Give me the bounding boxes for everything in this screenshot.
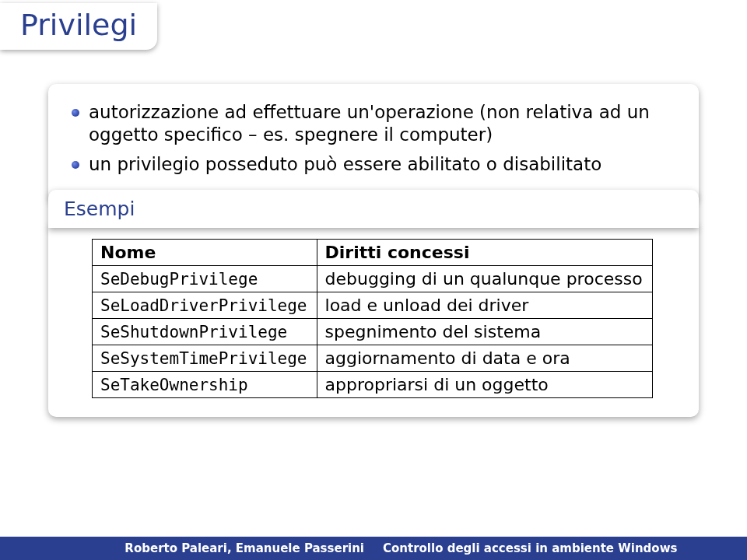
privileges-table: Nome Diritti concessi SeDebugPrivilege d… bbox=[92, 239, 653, 398]
cell-priv-name: SeTakeOwnership bbox=[93, 372, 317, 398]
example-heading: Esempi bbox=[64, 198, 135, 220]
cell-priv-rights: spegnimento del sistema bbox=[317, 319, 652, 345]
table-header-row: Nome Diritti concessi bbox=[93, 240, 653, 266]
cell-priv-rights: load e unload dei driver bbox=[317, 292, 652, 319]
slide: Privilegi autorizzazione ad effettuare u… bbox=[0, 0, 747, 560]
table-row: SeShutdownPrivilege spegnimento del sist… bbox=[93, 319, 653, 345]
bullet-item: autorizzazione ad effettuare un'operazio… bbox=[70, 101, 677, 147]
table-row: SeSystemTimePrivilege aggiornamento di d… bbox=[93, 345, 653, 372]
bullet-text: un privilegio posseduto può essere abili… bbox=[89, 154, 601, 174]
table-row: SeLoadDriverPrivilege load e unload dei … bbox=[93, 292, 653, 319]
cell-priv-rights: debugging di un qualunque processo bbox=[317, 266, 652, 292]
table-row: SeTakeOwnership appropriarsi di un ogget… bbox=[93, 372, 653, 398]
example-block: Esempi Nome Diritti concessi SeDebugPriv… bbox=[48, 190, 699, 417]
cell-priv-rights: appropriarsi di un oggetto bbox=[317, 372, 652, 398]
bullet-list: autorizzazione ad effettuare un'operazio… bbox=[70, 101, 677, 176]
col-header-name: Nome bbox=[93, 240, 317, 266]
cell-priv-name: SeSystemTimePrivilege bbox=[93, 345, 317, 372]
cell-priv-name: SeShutdownPrivilege bbox=[93, 319, 317, 345]
footer-bar: Roberto Paleari, Emanuele Passerini Cont… bbox=[0, 537, 747, 560]
cell-priv-name: SeLoadDriverPrivilege bbox=[93, 292, 317, 319]
bullet-text: autorizzazione ad effettuare un'operazio… bbox=[89, 102, 650, 145]
title-chip: Privilegi bbox=[0, 3, 157, 50]
footer-title: Controllo degli accessi in ambiente Wind… bbox=[383, 541, 677, 555]
col-header-rights: Diritti concessi bbox=[317, 240, 652, 266]
bullet-item: un privilegio posseduto può essere abili… bbox=[70, 153, 677, 176]
example-body: Nome Diritti concessi SeDebugPrivilege d… bbox=[48, 225, 699, 417]
content-block: autorizzazione ad effettuare un'operazio… bbox=[48, 84, 699, 202]
slide-title: Privilegi bbox=[20, 8, 137, 42]
title-container: Privilegi bbox=[0, 0, 157, 56]
footer-authors: Roberto Paleari, Emanuele Passerini bbox=[124, 541, 364, 555]
footer-left: Roberto Paleari, Emanuele Passerini bbox=[0, 537, 374, 560]
example-header: Esempi bbox=[48, 190, 699, 228]
footer-right: Controllo degli accessi in ambiente Wind… bbox=[374, 537, 747, 560]
cell-priv-name: SeDebugPrivilege bbox=[93, 266, 317, 292]
table-row: SeDebugPrivilege debugging di un qualunq… bbox=[93, 266, 653, 292]
cell-priv-rights: aggiornamento di data e ora bbox=[317, 345, 652, 372]
